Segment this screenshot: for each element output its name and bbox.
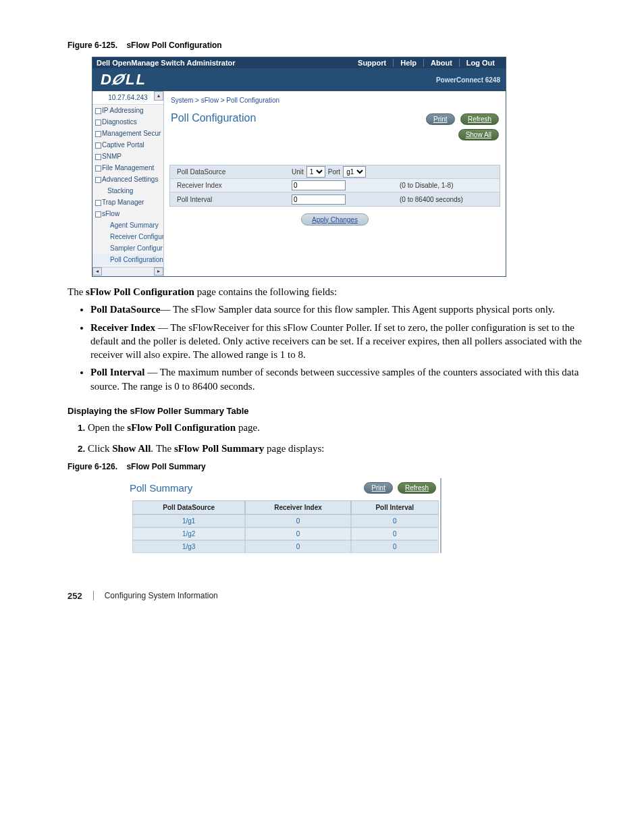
unit-label: Unit — [292, 168, 304, 176]
refresh-button[interactable]: Refresh — [460, 113, 499, 125]
nav-scroll-up[interactable]: ▴ — [154, 91, 163, 101]
nav-hscroll[interactable]: ◂ ▸ — [92, 267, 163, 276]
nav-scroll-right[interactable]: ▸ — [154, 267, 163, 276]
nav-item-stacking[interactable]: Stacking — [92, 185, 163, 197]
config-rows: Poll DataSource Unit 1 Port g1 Receiver … — [169, 165, 500, 207]
port-select[interactable]: g1 — [343, 166, 366, 178]
step-2: Click Show All. The sFlow Poll Summary p… — [88, 442, 585, 455]
poll-interval-input[interactable] — [292, 194, 346, 205]
summary-print-button[interactable]: Print — [364, 482, 393, 494]
summary-refresh-button[interactable]: Refresh — [398, 482, 436, 494]
page-footer: 252 Configuring System Information — [68, 591, 585, 601]
figure-number: Figure 6-125. — [68, 41, 117, 50]
th-receiver-index: Receiver Index — [245, 500, 350, 515]
page-title: Poll Configuration — [171, 112, 256, 124]
receiver-index-label: Receiver Index — [170, 182, 292, 189]
nav-ip-address: 10.27.64.243 — [92, 91, 163, 105]
page-number: 252 — [68, 591, 82, 601]
row-receiver-index: Receiver Index (0 to Disable, 1-8) — [170, 179, 500, 192]
poll-interval-hint: (0 to 86400 seconds) — [400, 196, 463, 203]
table-row: 1/g1 0 0 — [132, 515, 439, 527]
print-button[interactable]: Print — [426, 113, 455, 125]
table-row: 1/g2 0 0 — [132, 527, 439, 540]
chapter-title: Configuring System Information — [105, 591, 218, 600]
nav-item-advanced-settings[interactable]: Advanced Settings — [92, 174, 163, 185]
receiver-index-hint: (0 to Disable, 1-8) — [400, 182, 453, 189]
field-poll-datasource: Poll DataSource— The sFlow Sampler data … — [90, 303, 585, 316]
support-link[interactable]: Support — [351, 59, 394, 67]
logout-link[interactable]: Log Out — [460, 59, 502, 67]
content-pane: System > sFlow > Poll Configuration Poll… — [164, 91, 506, 276]
nav-item-ip-addressing[interactable]: IP Addressing — [92, 105, 163, 116]
window-titlebar: Dell OpenManage Switch Administrator Sup… — [92, 57, 506, 68]
poll-summary-table: Poll DataSource Receiver Index Poll Inte… — [132, 500, 439, 553]
field-list: Poll DataSource— The sFlow Sampler data … — [90, 303, 585, 393]
dell-logo: DØLL — [92, 71, 146, 88]
poll-datasource-label: Poll DataSource — [170, 168, 292, 176]
title-links: Support Help About Log Out — [351, 59, 502, 67]
unit-select[interactable]: 1 — [306, 166, 325, 178]
nav-item-sampler-config[interactable]: Sampler Configur — [92, 242, 163, 254]
row-poll-datasource: Poll DataSource Unit 1 Port g1 — [170, 165, 500, 179]
nav-scroll-left[interactable]: ◂ — [92, 267, 102, 276]
th-poll-interval: Poll Interval — [351, 500, 439, 515]
port-label: Port — [328, 168, 340, 176]
row-poll-interval: Poll Interval (0 to 86400 seconds) — [170, 192, 500, 206]
subhead-display-summary: Displaying the sFlow Poller Summary Tabl… — [68, 405, 585, 417]
nav-item-sflow[interactable]: sFlow — [92, 208, 163, 219]
field-poll-interval: Poll Interval — The maximum number of se… — [90, 365, 585, 393]
th-poll-datasource: Poll DataSource — [132, 500, 245, 515]
poll-interval-label: Poll Interval — [170, 196, 292, 203]
nav-item-agent-summary[interactable]: Agent Summary — [92, 219, 163, 231]
nav-item-snmp[interactable]: SNMP — [92, 151, 163, 162]
figure-title-2: sFlow Poll Summary — [126, 462, 205, 471]
window-title: Dell OpenManage Switch Administrator — [97, 59, 236, 67]
nav-item-trap-manager[interactable]: Trap Manager — [92, 197, 163, 208]
device-model: PowerConnect 6248 — [436, 76, 506, 84]
receiver-index-input[interactable] — [292, 180, 346, 190]
step-1: Open the sFlow Poll Configuration page. — [88, 421, 585, 434]
figure-number-2: Figure 6-126. — [68, 462, 117, 471]
steps-list: Open the sFlow Poll Configuration page. … — [88, 421, 585, 455]
body-text: The sFlow Poll Configuration page contai… — [68, 285, 585, 455]
figure-title: sFlow Poll Configuration — [126, 41, 221, 50]
figure-126-caption: Figure 6-126. sFlow Poll Summary — [68, 462, 585, 471]
nav-item-diagnostics[interactable]: Diagnostics — [92, 116, 163, 128]
figure-125-caption: Figure 6-125. sFlow Poll Configuration — [68, 41, 585, 50]
poll-summary-title: Poll Summary — [130, 482, 192, 494]
about-link[interactable]: About — [424, 59, 460, 67]
poll-summary-screenshot: Poll Summary Print Refresh Poll DataSour… — [127, 478, 441, 553]
field-receiver-index: Receiver Index — The sFlowReceiver for t… — [90, 321, 585, 362]
nav-item-file-management[interactable]: File Management — [92, 162, 163, 174]
apply-changes-button[interactable]: Apply Changes — [301, 213, 369, 226]
logo-row: DØLL PowerConnect 6248 — [92, 68, 506, 91]
table-header-row: Poll DataSource Receiver Index Poll Inte… — [132, 500, 439, 515]
breadcrumb: System > sFlow > Poll Configuration — [164, 91, 506, 108]
poll-configuration-screenshot: Dell OpenManage Switch Administrator Sup… — [92, 57, 506, 277]
footer-separator — [93, 591, 94, 600]
nav-item-receiver-config[interactable]: Receiver Configur — [92, 231, 163, 242]
nav-item-management-security[interactable]: Management Secur — [92, 128, 163, 139]
show-all-button[interactable]: Show All — [458, 129, 499, 140]
nav-tree[interactable]: ▴ 10.27.64.243 IP Addressing Diagnostics… — [92, 91, 164, 276]
nav-item-poll-configuration[interactable]: Poll Configuration — [92, 254, 163, 265]
nav-item-captive-portal[interactable]: Captive Portal — [92, 139, 163, 151]
table-row: 1/g3 0 0 — [132, 540, 439, 553]
help-link[interactable]: Help — [394, 59, 424, 67]
